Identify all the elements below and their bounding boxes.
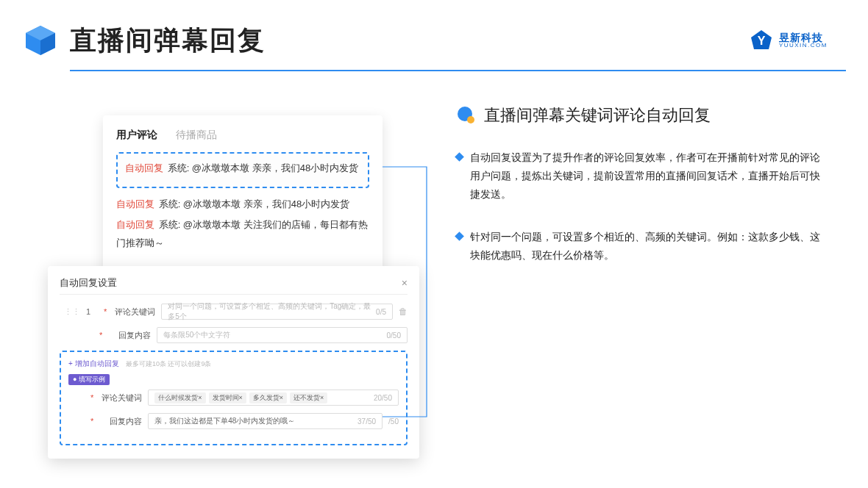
ex-tags: 什么时候发货×发货时间×多久发货×还不发货× xyxy=(154,392,330,403)
reply-row: * 回复内容 每条限50个中文字符 0/50 xyxy=(60,327,408,343)
comment-text: 系统: @冰墩墩本墩 亲亲，我们48小时内发货 xyxy=(159,198,350,209)
svg-text:Y: Y xyxy=(758,35,766,47)
auto-reply-badge: 自动回复 xyxy=(116,198,154,209)
comment-tabs: 用户评论 待播商品 xyxy=(116,129,369,142)
brand-url: YUUXIN.COM xyxy=(779,43,828,49)
delete-icon[interactable]: 🗑 xyxy=(399,306,408,317)
highlighted-comment: 自动回复 系统: @冰墩墩本墩 亲亲，我们48小时内发货 xyxy=(116,152,369,188)
bullet-text: 针对同一个问题，可设置多个相近的、高频的关键词。例如：这款多少钱、这块能优惠吗、… xyxy=(470,228,828,265)
settings-card: 自动回复设置 × ⋮⋮ 1 * 评论关键词 对同一个问题，可设置多个相近、高频的… xyxy=(48,266,419,459)
bullet-item: 自动回复设置为了提升作者的评论回复效率，作者可在开播前针对常见的评论用户问题，提… xyxy=(456,148,828,204)
cube-icon xyxy=(22,22,59,59)
ex-reply-label: 回复内容 xyxy=(101,416,142,427)
ex-keyword-label: 评论关键词 xyxy=(101,392,142,403)
add-autoreply-link[interactable]: + 增加自动回复 xyxy=(68,359,119,369)
settings-title: 自动回复设置 xyxy=(60,276,117,290)
ex-reply-input: 亲，我们这边都是下单48小时内发货的哦～ 37/50 xyxy=(148,413,383,429)
screenshot-preview: 用户评论 待播商品 自动回复 系统: @冰墩墩本墩 亲亲，我们48小时内发货 自… xyxy=(44,101,427,288)
close-icon[interactable]: × xyxy=(402,277,408,289)
settings-divider xyxy=(60,294,408,295)
reply-label: 回复内容 xyxy=(110,330,151,341)
brand-icon: Y xyxy=(750,29,773,52)
keyword-label: 评论关键词 xyxy=(114,306,155,317)
reply-input[interactable]: 每条限50个中文字符 0/50 xyxy=(157,327,408,343)
row-number: 1 xyxy=(86,307,98,316)
description-column: 直播间弹幕关键词评论自动回复 自动回复设置为了提升作者的评论回复效率，作者可在开… xyxy=(456,101,828,288)
ex-keyword-input: 什么时候发货×发货时间×多久发货×还不发货× 20/50 xyxy=(148,390,399,406)
comment-text: 系统: @冰墩墩本墩 亲亲，我们48小时内发货 xyxy=(168,162,359,173)
auto-reply-badge: 自动回复 xyxy=(125,162,163,173)
tab-pending-goods[interactable]: 待播商品 xyxy=(176,129,217,142)
keyword-row: ⋮⋮ 1 * 评论关键词 对同一个问题，可设置多个相近、高频的关键词，Tag确定… xyxy=(60,304,408,320)
page-header: 直播间弹幕回复 Y 昱新科技 YUUXIN.COM xyxy=(0,0,868,59)
tab-user-comments[interactable]: 用户评论 xyxy=(116,129,157,142)
diamond-icon xyxy=(455,232,464,241)
brand-name: 昱新科技 xyxy=(779,32,828,43)
bullet-text: 自动回复设置为了提升作者的评论回复效率，作者可在开播前针对常见的评论用户问题，提… xyxy=(470,148,828,204)
auto-reply-badge: 自动回复 xyxy=(116,219,154,230)
svg-point-6 xyxy=(467,116,474,123)
example-block: + 增加自动回复 最多可建10条 还可以创建9条 ● 填写示例 * 评论关键词 … xyxy=(60,351,408,445)
keyword-input[interactable]: 对同一个问题，可设置多个相近、高频的关键词，Tag确定，最多5个 0/5 xyxy=(161,304,393,320)
bubble-icon xyxy=(456,105,477,126)
bullet-item: 针对同一个问题，可设置多个相近的、高频的关键词。例如：这款多少钱、这块能优惠吗、… xyxy=(456,228,828,265)
add-hint: 最多可建10条 还可以创建9条 xyxy=(126,360,212,367)
section-title: 直播间弹幕关键词评论自动回复 xyxy=(484,104,711,126)
brand-block: Y 昱新科技 YUUXIN.COM xyxy=(750,29,828,52)
example-tag: ● 填写示例 xyxy=(68,374,110,385)
diamond-icon xyxy=(455,152,464,162)
page-title: 直播间弹幕回复 xyxy=(70,23,266,59)
